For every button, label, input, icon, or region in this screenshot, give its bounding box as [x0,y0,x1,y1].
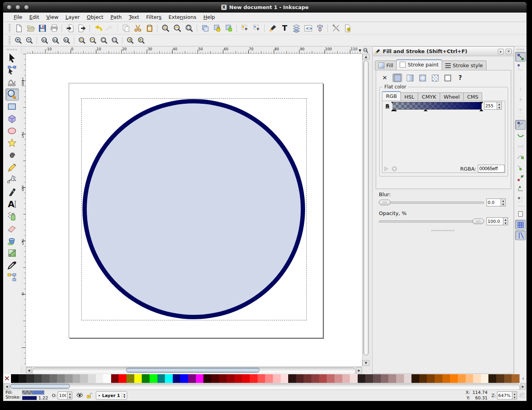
calligraphy-tool[interactable] [5,186,19,198]
panel-tab[interactable]: Stroke paint [396,59,442,70]
menu-item[interactable]: View [43,13,62,21]
palette-swatch[interactable] [103,374,111,383]
new-document[interactable] [13,23,24,33]
snap-cusp-nodes[interactable] [515,152,526,162]
snap-rotation-centers[interactable] [515,194,526,204]
pen-tool[interactable] [5,174,19,186]
opacity-slider-knob[interactable] [472,219,484,224]
palette-swatch[interactable] [96,374,104,383]
palette-swatch[interactable] [188,374,196,383]
circle-object[interactable] [82,99,305,319]
deselect[interactable] [251,23,262,33]
paint-radial-gradient-button[interactable] [418,74,427,82]
toolbar-grip[interactable] [9,24,11,33]
paint-flat-color-button[interactable] [393,74,402,82]
menu-item[interactable]: Layer [62,13,83,21]
gradient-tool[interactable] [5,247,19,259]
vertical-ruler[interactable]: 1007550250 [20,54,26,366]
menu-item[interactable]: Object [83,13,107,21]
palette-swatch[interactable] [350,374,358,383]
palette-swatch[interactable] [335,374,342,383]
select-all[interactable] [239,23,250,33]
channel-value-input[interactable] [484,102,497,110]
palette-swatch[interactable] [381,374,389,383]
palette-swatch[interactable] [250,374,258,383]
vertical-scrollbar[interactable]: ▲ ▼ [362,54,369,366]
palette-swatch[interactable] [296,374,304,383]
menu-item[interactable]: File [10,13,26,21]
palette-swatch[interactable] [458,374,466,383]
palette-swatch[interactable] [265,374,273,383]
zoom-selection[interactable] [77,36,87,45]
object-opacity-input[interactable] [58,392,67,399]
palette-swatch[interactable] [488,374,496,383]
palette-swatch[interactable] [512,374,519,383]
palette-swatch[interactable] [342,374,350,383]
scroll-down-arrow[interactable]: ▼ [362,360,369,366]
fill-stroke-dialog[interactable] [267,23,278,33]
palette-swatch[interactable] [396,374,404,383]
palette-swatch[interactable] [134,374,142,383]
palette-swatch[interactable] [450,374,458,383]
zoom-to-selection[interactable] [160,23,171,33]
palette-swatch[interactable] [88,374,96,383]
snap-bounding-box[interactable] [515,63,526,72]
zoom-in[interactable] [13,36,24,45]
layer-dropdown-arrows[interactable]: ▲▼ [122,393,126,398]
horizontal-scroll-thumb[interactable] [126,368,260,373]
zoom-1-to-1[interactable] [40,36,50,45]
palette-scrollbar[interactable]: ◀ ▶ [3,383,527,390]
spin-down-arrow[interactable]: ▼ [503,221,508,225]
blur-slider[interactable] [379,199,484,206]
unlink-clone[interactable] [223,23,234,33]
blur-slider-knob[interactable] [379,200,391,205]
panel-tab[interactable]: Fill [375,61,397,70]
scroll-left-arrow[interactable]: ◀ [26,367,32,373]
stroke-color-swatch[interactable] [22,396,37,400]
palette-swatch[interactable] [311,374,319,383]
palette-swatch[interactable] [34,374,42,383]
palette-swatch[interactable] [466,374,473,383]
menu-item[interactable]: Text [125,13,143,21]
palette-swatch[interactable] [319,374,327,383]
layer-lock-icon[interactable] [86,392,93,399]
undo[interactable] [93,23,104,33]
palette-swatch[interactable] [119,374,126,383]
palette-swatch[interactable] [57,374,65,383]
fill-color-swatch[interactable] [22,390,44,395]
snap-bbox-edge-midpoints[interactable] [515,94,526,104]
snap-object-centers[interactable] [515,184,526,193]
snap-bbox-centers[interactable] [515,105,526,115]
palette-swatch[interactable] [26,374,34,383]
scroll-right-arrow[interactable]: ▶ [356,367,362,373]
palette-swatch[interactable] [473,374,481,383]
snap-grid[interactable] [515,220,526,230]
spray-tool[interactable] [5,210,19,222]
import-bitmap[interactable] [65,23,76,33]
zoom-page[interactable] [99,36,109,45]
box3d-tool[interactable] [5,113,19,125]
paint-linear-gradient-button[interactable] [405,74,415,82]
color-space-tab[interactable]: CMYK [418,92,440,101]
opacity-value-input[interactable] [486,217,503,225]
open-document[interactable] [25,23,36,33]
panel-close-button[interactable]: ✕ [506,49,512,54]
spin-up-arrow[interactable]: ▲ [503,218,508,221]
snap-smooth-nodes[interactable] [515,162,526,172]
vertical-scroll-thumb[interactable] [363,61,369,355]
save-document[interactable] [37,23,48,33]
color-space-tab[interactable]: CMS [463,92,483,101]
palette-swatch[interactable] [242,374,250,383]
text-tool[interactable] [5,198,19,210]
palette-swatch[interactable] [73,374,80,383]
palette-swatch[interactable] [481,374,489,383]
palette-scroll-left-icon[interactable]: ‹ [519,374,527,383]
tweak-tool[interactable] [5,76,19,88]
snap-page-border[interactable] [515,209,526,219]
palette-swatch[interactable] [80,374,88,383]
palette-swatch[interactable] [496,374,504,383]
palette-swatch[interactable] [435,374,442,383]
snap-bbox-edges[interactable] [515,73,526,83]
spin-up-arrow[interactable]: ▲ [68,392,72,395]
text-dialog[interactable] [279,23,290,33]
